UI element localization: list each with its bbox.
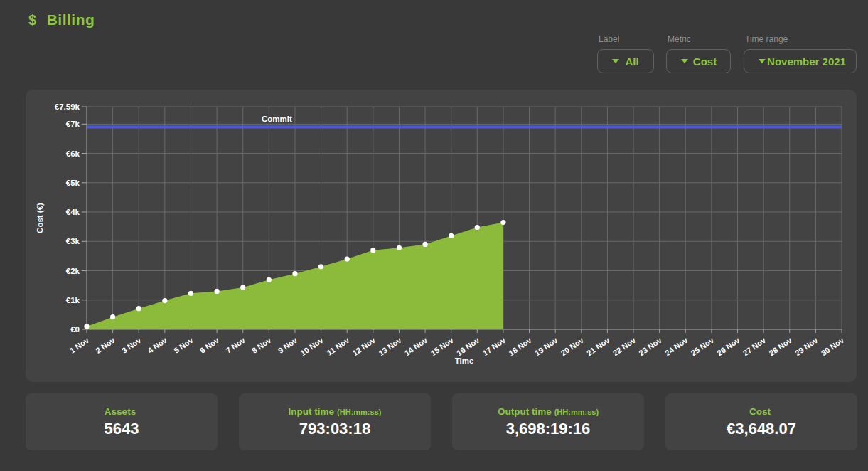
data-point (267, 277, 272, 282)
x-tick-label: 30 Nov (820, 335, 846, 357)
y-tick-label: €6k (66, 149, 80, 158)
page-title-text: Billing (47, 11, 95, 28)
label-dropdown-value: All (619, 55, 645, 68)
stat-label: Assets (105, 406, 139, 417)
x-tick-label: 15 Nov (429, 335, 455, 357)
x-tick-label: 9 Nov (277, 335, 299, 355)
dollar-icon: $ (28, 12, 37, 28)
stat-label-text: Input time (289, 406, 335, 417)
commit-label: Commit (262, 115, 292, 123)
x-tick-label: 7 Nov (224, 335, 247, 355)
x-tick-label: 12 Nov (351, 335, 377, 357)
x-tick-label: 20 Nov (559, 335, 586, 357)
chevron-down-icon (612, 59, 619, 63)
x-axis-title: Time (455, 356, 474, 365)
y-tick-label: €7k (66, 120, 80, 128)
x-tick-label: 27 Nov (741, 335, 768, 357)
stat-label-text: Output time (498, 406, 552, 417)
x-tick-label: 11 Nov (325, 335, 351, 357)
time-range-dropdown[interactable]: November 2021 (744, 49, 857, 73)
y-tick-label: €7.59k (55, 102, 80, 111)
x-tick-label: 3 Nov (120, 335, 143, 355)
data-point (397, 245, 402, 250)
x-tick-label: 26 Nov (715, 335, 741, 357)
data-point (84, 324, 89, 329)
stat-value: €3,648.07 (727, 420, 796, 438)
data-point (215, 289, 220, 294)
data-point (110, 314, 115, 319)
page-title: $ Billing (28, 11, 95, 28)
chevron-down-icon (759, 59, 766, 63)
filter-metric-caption: Metric (666, 34, 731, 44)
y-tick-label: €0 (70, 325, 80, 334)
stat-card-output-time: Output time(HH:mm:ss) 3,698:19:16 (452, 393, 644, 450)
data-point (240, 285, 245, 290)
filter-group-time-range: Time range November 2021 (744, 34, 857, 73)
y-tick-label: €1k (66, 296, 80, 305)
x-tick-label: 22 Nov (611, 335, 638, 357)
x-tick-label: 8 Nov (250, 335, 273, 355)
data-point (188, 291, 193, 296)
data-point (370, 248, 375, 253)
cost-area-chart: Commit€0€1k€2k€3k€4k€5k€6k€7k€7.59k1 Nov… (26, 90, 857, 382)
stat-card-cost: Cost €3,648.07 (665, 393, 857, 450)
x-tick-label: 25 Nov (690, 335, 716, 357)
x-tick-label: 13 Nov (377, 335, 403, 357)
data-point (422, 242, 427, 247)
x-tick-label: 5 Nov (172, 335, 195, 355)
stat-unit-text: (HH:mm:ss) (337, 408, 381, 416)
y-tick-label: €3k (66, 237, 80, 245)
data-point (500, 220, 505, 225)
stat-label: Output time(HH:mm:ss) (498, 406, 599, 417)
time-range-dropdown-value: November 2021 (766, 55, 847, 68)
stat-unit-text: (HH:mm:ss) (554, 408, 599, 416)
metric-dropdown-value: Cost (688, 55, 722, 68)
stat-label-text: Assets (105, 406, 136, 417)
stat-value: 5643 (105, 420, 139, 438)
data-point (345, 256, 350, 261)
stat-label: Input time(HH:mm:ss) (289, 406, 382, 417)
stat-label: Cost (749, 406, 773, 417)
x-tick-label: 24 Nov (663, 335, 690, 357)
x-tick-label: 2 Nov (94, 335, 117, 355)
data-point (162, 298, 167, 303)
x-tick-label: 18 Nov (507, 335, 533, 357)
data-point (475, 225, 480, 230)
data-point (318, 264, 323, 269)
chevron-down-icon (681, 59, 688, 63)
stat-value: 793:03:18 (299, 420, 370, 438)
x-tick-label: 6 Nov (198, 335, 221, 355)
filter-time-caption: Time range (744, 34, 857, 44)
x-tick-label: 29 Nov (793, 335, 820, 357)
y-axis-title: Cost (€) (36, 203, 44, 233)
x-tick-label: 16 Nov (455, 335, 481, 357)
y-tick-label: €5k (66, 179, 80, 187)
x-tick-label: 17 Nov (481, 335, 508, 357)
y-tick-label: €4k (66, 208, 80, 216)
filter-label-caption: Label (597, 34, 654, 44)
data-point (292, 271, 297, 276)
filter-group-label: Label All (597, 34, 654, 73)
data-point (136, 306, 141, 311)
data-point (449, 233, 454, 238)
y-tick-label: €2k (66, 267, 80, 275)
x-tick-label: 4 Nov (146, 335, 169, 355)
x-tick-label: 10 Nov (299, 335, 325, 357)
stat-label-text: Cost (749, 406, 771, 417)
x-tick-label: 1 Nov (68, 335, 91, 355)
stat-card-input-time: Input time(HH:mm:ss) 793:03:18 (239, 393, 431, 450)
filter-group-metric: Metric Cost (666, 34, 731, 73)
stat-card-assets: Assets 5643 (26, 393, 218, 450)
x-tick-label: 19 Nov (533, 335, 559, 357)
billing-page: $ Billing Label All Metric Cost Time ran… (0, 0, 868, 471)
x-tick-label: 14 Nov (403, 335, 429, 357)
chart-panel: Commit€0€1k€2k€3k€4k€5k€6k€7k€7.59k1 Nov… (26, 90, 857, 382)
x-tick-label: 23 Nov (637, 335, 663, 357)
x-tick-label: 21 Nov (585, 335, 611, 357)
label-dropdown[interactable]: All (597, 49, 654, 73)
stats-row: Assets 5643 Input time(HH:mm:ss) 793:03:… (26, 393, 857, 450)
stat-value: 3,698:19:16 (506, 420, 591, 438)
x-tick-label: 28 Nov (767, 335, 793, 357)
metric-dropdown[interactable]: Cost (666, 49, 731, 73)
